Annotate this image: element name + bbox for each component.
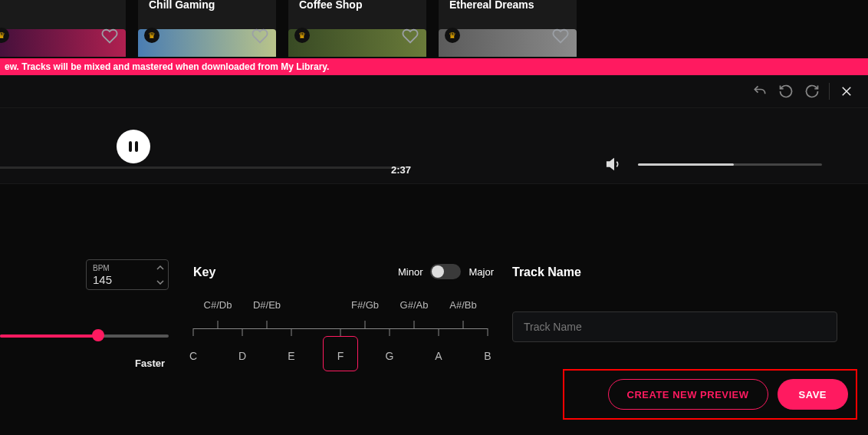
bpm-slider[interactable] (0, 328, 169, 342)
heart-icon[interactable] (402, 28, 419, 44)
key-sharp[interactable]: C#/Db (204, 299, 232, 311)
category-card-label: Chill Gaming (149, 0, 215, 11)
svg-marker-2 (607, 160, 613, 170)
key-tick (267, 321, 268, 328)
heart-icon[interactable] (552, 28, 569, 44)
redo-icon[interactable] (803, 82, 821, 101)
track-name-input[interactable] (512, 311, 837, 342)
bpm-slider-fill (0, 334, 98, 338)
crown-icon: ♛ (144, 28, 159, 43)
key-title: Key (193, 265, 215, 279)
key-tick (340, 328, 341, 336)
header-divider (829, 83, 830, 100)
volume-slider[interactable] (638, 163, 822, 166)
bpm-input[interactable]: BPM 145 (86, 259, 169, 290)
heart-icon[interactable] (252, 28, 268, 44)
bpm-faster-label: Faster (135, 358, 165, 369)
key-minor-label: Minor (398, 266, 423, 278)
track-name-section: Track Name (512, 265, 837, 342)
key-natural[interactable]: B (484, 350, 491, 362)
key-selected-indicator (323, 336, 358, 371)
crown-icon: ♛ (294, 28, 310, 43)
key-tick (488, 328, 488, 336)
category-card-label: Ethereal Dreams (449, 0, 534, 11)
category-card[interactable]: Coffee Shop♛ (288, 0, 426, 57)
pause-icon (129, 141, 138, 152)
key-tick (291, 328, 292, 336)
undo-icon[interactable] (777, 82, 795, 101)
bpm-label: BPM (93, 265, 145, 272)
crown-icon: ♛ (445, 28, 460, 43)
key-tick (218, 321, 219, 328)
key-tick (463, 321, 464, 328)
key-sharp[interactable]: A#/Bb (449, 299, 476, 311)
bpm-up-icon[interactable] (152, 260, 168, 275)
editor-controls: BPM 145 Faster Key Minor Major (0, 199, 868, 435)
key-tick (414, 321, 415, 328)
key-tick (365, 321, 366, 328)
category-card[interactable]: Ethereal Dreams♛ (439, 0, 577, 57)
category-card[interactable]: Chill Gaming♛ (138, 0, 276, 57)
category-card-row: ♛Chill Gaming♛Coffee Shop♛Ethereal Dream… (0, 0, 868, 57)
playback-timeline[interactable] (0, 166, 408, 169)
save-button[interactable]: SAVE (778, 379, 848, 410)
key-sharp[interactable]: F#/Gb (351, 299, 379, 311)
bpm-value: 145 (93, 274, 145, 285)
revert-icon[interactable] (751, 82, 769, 101)
close-icon[interactable] (837, 82, 856, 101)
bpm-slider-thumb[interactable] (92, 329, 104, 341)
player-bar: 2:37 (0, 107, 868, 184)
key-sharp[interactable]: D#/Eb (253, 299, 281, 311)
create-preview-button[interactable]: CREATE NEW PREVIEW (608, 379, 768, 410)
key-major-label: Major (469, 266, 494, 278)
editor-header (0, 75, 868, 107)
bpm-down-icon[interactable] (152, 275, 168, 289)
playback-time: 2:37 (391, 164, 411, 176)
key-natural[interactable]: D (238, 350, 246, 362)
category-card-label: Coffee Shop (299, 0, 362, 11)
key-selector[interactable]: CDEFGABC#/DbD#/EbF#/GbG#/AbA#/Bb (193, 299, 488, 384)
key-natural[interactable]: E (288, 350, 294, 362)
key-mode-toggle[interactable] (430, 264, 461, 279)
key-natural[interactable]: C (189, 350, 197, 362)
volume-icon[interactable] (606, 156, 623, 173)
action-button-highlight: CREATE NEW PREVIEW SAVE (563, 369, 857, 420)
key-tick (390, 328, 390, 336)
key-tick (242, 328, 243, 336)
category-card[interactable]: ♛ (0, 0, 126, 57)
info-banner: ew. Tracks will be mixed and mastered wh… (0, 58, 868, 75)
key-tick (439, 328, 439, 336)
key-natural[interactable]: G (386, 350, 394, 362)
heart-icon[interactable] (101, 28, 118, 44)
key-tick (193, 328, 194, 336)
volume-fill (638, 163, 734, 166)
key-sharp[interactable]: G#/Ab (400, 299, 429, 311)
key-natural[interactable]: A (435, 350, 442, 362)
track-name-title: Track Name (512, 265, 837, 279)
pause-button[interactable] (117, 130, 150, 163)
